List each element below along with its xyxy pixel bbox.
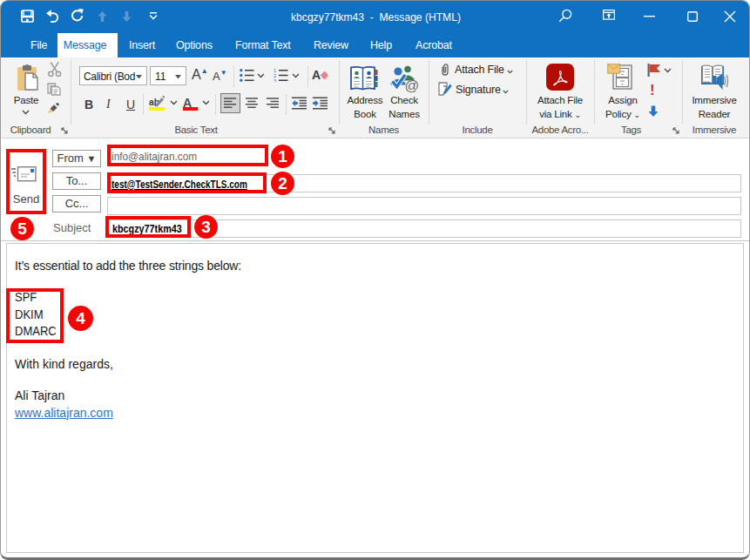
svg-text:3: 3 xyxy=(274,78,276,83)
svg-text:@: @ xyxy=(405,78,420,93)
